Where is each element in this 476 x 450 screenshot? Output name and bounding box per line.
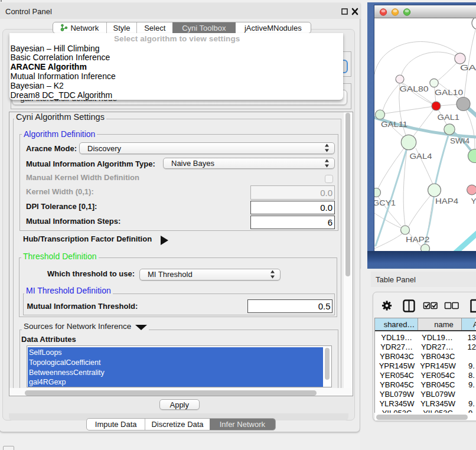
svg-text:GAL80: GAL80 [400,84,429,93]
svg-text:GAL1: GAL1 [438,113,460,122]
svg-text:GAL10: GAL10 [435,88,463,97]
svg-text:GAL4: GAL4 [410,152,433,161]
svg-text:GAL2: GAL2 [460,63,476,72]
svg-text:GCY1: GCY1 [374,198,396,207]
svg-text:HAP4: HAP4 [435,197,459,206]
svg-text:HAP2: HAP2 [406,235,430,244]
svg-text:GAL11: GAL11 [381,120,407,129]
svg-text:Y: Y [471,197,476,206]
svg-text:SWI4: SWI4 [450,136,470,145]
